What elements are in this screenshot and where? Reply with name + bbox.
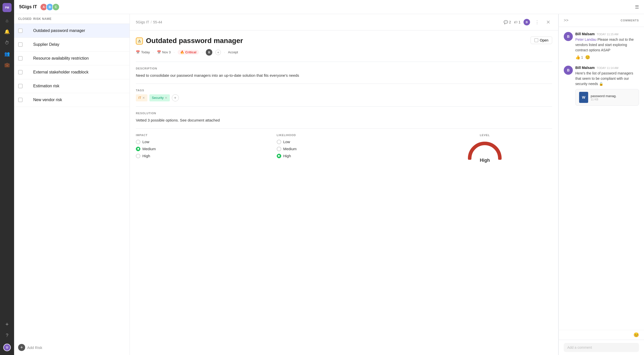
likelihood-high[interactable]: High <box>277 154 412 158</box>
file-size: 11 KB <box>591 98 635 101</box>
risk-name-3: Resource availability restriction <box>33 56 126 61</box>
meta-dot-4: · <box>224 50 225 54</box>
tag-icon: 🏷 <box>514 20 517 24</box>
icon-sidebar: PM ⌂ 🔔 ⏱ 👥 💼 + ? U <box>0 0 14 355</box>
risk-checkbox-3[interactable] <box>18 56 23 61</box>
impact-high[interactable]: High <box>136 154 271 158</box>
likelihood-high-radio[interactable] <box>277 154 281 158</box>
risk-priority-badge: ⚠ <box>136 37 143 45</box>
nav-help[interactable]: ? <box>3 331 12 340</box>
status-button[interactable]: Open <box>531 36 552 44</box>
impact-low-radio[interactable] <box>136 140 140 144</box>
impact-col: IMPACT Low Medium <box>136 134 271 163</box>
risk-checkbox-1[interactable] <box>18 28 23 33</box>
file-type-icon: W <box>579 92 588 103</box>
col-risk-name-label: RISK NAME <box>33 17 126 21</box>
comments-header: >> COMMENTS <box>559 14 644 27</box>
fire-icon: 🔥 <box>180 50 184 54</box>
breadcrumb-project: 5Gigs IT <box>136 20 149 24</box>
impact-medium[interactable]: Medium <box>136 147 271 151</box>
risk-name-2: Supplier Delay <box>33 42 126 47</box>
likelihood-medium[interactable]: Medium <box>277 147 412 151</box>
meta-end-date[interactable]: 📅 Nov 3 <box>157 50 171 54</box>
tag-it[interactable]: IT ✕ <box>136 94 147 101</box>
likelihood-medium-radio[interactable] <box>277 147 281 151</box>
meta-start-date[interactable]: 📅 Today <box>136 50 150 54</box>
impact-options: Low Medium High <box>136 140 271 158</box>
resolution-label: RESOLUTION <box>136 112 552 115</box>
nav-profile[interactable]: U <box>3 343 12 352</box>
risk-checkbox-5[interactable] <box>18 84 23 88</box>
comment-1-time: TODAY 11:15 AM <box>597 33 618 36</box>
impact-medium-radio[interactable] <box>136 147 140 151</box>
impact-label: IMPACT <box>136 134 271 137</box>
risk-item[interactable]: Estimation risk <box>14 79 130 93</box>
nav-people[interactable]: 👥 <box>3 49 12 58</box>
comment-input-area <box>559 340 644 355</box>
likelihood-label: LIKELIHOOD <box>277 134 412 137</box>
risk-assessment: IMPACT Low Medium <box>136 134 552 163</box>
file-name: password manag. <box>591 94 635 98</box>
nav-notifications[interactable]: 🔔 <box>3 27 12 36</box>
comment-1-author: Bill Malsam <box>575 32 595 36</box>
risk-checkbox-4[interactable] <box>18 70 23 74</box>
add-risk-icon: + <box>18 344 25 351</box>
nav-history[interactable]: ⏱ <box>3 38 12 47</box>
comment-2-time: TODAY 11:14 AM <box>597 66 618 69</box>
calendar-icon: 📅 <box>136 50 140 54</box>
comments-panel: >> COMMENTS B Bill Malsam TODAY 11:15 AM… <box>558 14 644 355</box>
file-attachment[interactable]: W password manag. 11 KB <box>575 89 639 106</box>
risk-checkbox-2[interactable] <box>18 42 23 47</box>
status-checkbox <box>534 38 538 42</box>
nav-briefcase[interactable]: 💼 <box>3 60 12 69</box>
likelihood-low[interactable]: Low <box>277 140 412 144</box>
nav-home[interactable]: ⌂ <box>3 16 12 25</box>
reaction-thumbsup[interactable]: 👍 1 <box>575 55 583 60</box>
add-risk-button[interactable]: + Add Risk <box>14 340 130 355</box>
smile-icon: 😊 <box>585 55 590 60</box>
risk-item[interactable]: Supplier Delay <box>14 38 130 52</box>
risk-item[interactable]: External stakeholder roadblock <box>14 65 130 79</box>
tag-it-remove[interactable]: ✕ <box>142 96 145 100</box>
detail-header-right: 💬 2 🏷 1 B ⋮ ✕ <box>504 18 552 26</box>
nav-add[interactable]: + <box>3 320 12 329</box>
tags-count-btn[interactable]: 🏷 1 <box>514 20 520 24</box>
add-tag-button[interactable]: + <box>172 94 179 101</box>
accept-button[interactable]: Accept <box>228 50 238 54</box>
emoji-button[interactable]: 😊 <box>633 332 639 337</box>
collapse-comments-button[interactable]: >> <box>564 18 569 23</box>
impact-low[interactable]: Low <box>136 140 271 144</box>
risk-checkbox-6[interactable] <box>18 98 23 102</box>
add-assignee-button[interactable]: + <box>215 50 221 55</box>
tag-security[interactable]: Security ✕ <box>149 94 170 101</box>
priority-label: Critical <box>185 50 196 54</box>
meta-avatar: B <box>206 49 212 56</box>
app-logo: PM <box>3 3 12 12</box>
risk-item[interactable]: Resource availability restriction <box>14 52 130 65</box>
team-avatars: A B C <box>40 3 60 11</box>
risk-item[interactable]: New vendor risk <box>14 93 130 107</box>
likelihood-low-radio[interactable] <box>277 140 281 144</box>
comment-2-author: Bill Malsam <box>575 66 595 70</box>
risk-item[interactable]: Outdated password manager <box>14 24 130 38</box>
likelihood-options: Low Medium High <box>277 140 412 158</box>
impact-high-radio[interactable] <box>136 154 140 158</box>
comment-1-content: Bill Malsam TODAY 11:15 AM Peter Landau … <box>575 32 639 60</box>
level-label: LEVEL <box>480 134 490 137</box>
comments-count: 2 <box>509 20 511 24</box>
more-options-button[interactable]: ⋮ <box>533 18 541 26</box>
reaction-smile[interactable]: 😊 <box>585 55 590 60</box>
risk-title-row: ⚠ Outdated password manager Open <box>136 36 552 45</box>
close-button[interactable]: ✕ <box>544 18 552 26</box>
level-value: High <box>480 158 490 163</box>
comment-input[interactable] <box>564 343 639 352</box>
comments-count-btn[interactable]: 💬 2 <box>504 20 511 24</box>
comment-1-text: Peter Landau Please reach out to the ven… <box>575 37 639 53</box>
risk-title: Outdated password manager <box>146 36 528 45</box>
tags-label: TAGS <box>136 89 552 92</box>
menu-button[interactable]: ☰ <box>635 4 639 10</box>
avatar-3: C <box>52 3 60 11</box>
tag-security-remove[interactable]: ✕ <box>165 96 167 100</box>
thumbsup-count: 1 <box>581 55 583 59</box>
priority-tag[interactable]: 🔥 Critical <box>178 50 199 55</box>
